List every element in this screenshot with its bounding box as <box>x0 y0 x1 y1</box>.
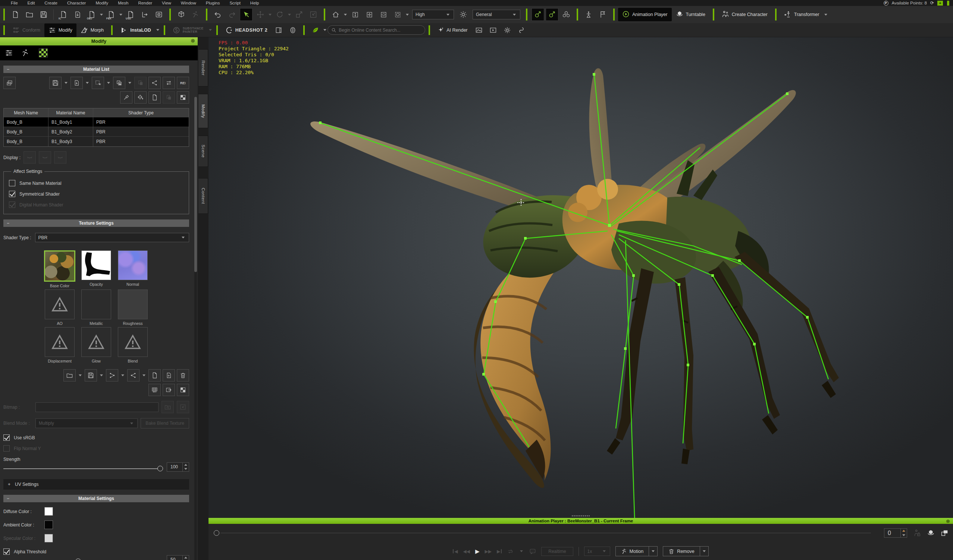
realtime-button[interactable]: Realtime <box>541 547 573 556</box>
tab-modify[interactable]: Modify <box>199 94 208 128</box>
strength-up-arrow[interactable] <box>183 463 189 467</box>
menu-mesh[interactable]: Mesh <box>113 1 133 5</box>
link-texture-button[interactable] <box>106 369 118 382</box>
headshot-button[interactable]: HEADSHOT 2 <box>221 23 272 37</box>
close-player-icon[interactable]: ⊗ <box>946 518 950 524</box>
swap-material-button[interactable] <box>163 77 175 89</box>
save-texture-button[interactable] <box>85 369 97 382</box>
caption-button[interactable] <box>529 548 536 555</box>
lock-character-icon[interactable] <box>913 529 921 537</box>
share-material-button[interactable] <box>149 77 161 89</box>
menu-window[interactable]: Window <box>176 1 201 5</box>
collapse-icon[interactable]: − <box>7 496 9 501</box>
collapse-icon[interactable]: − <box>7 67 9 72</box>
material-settings-section-header[interactable]: − Material Settings <box>3 495 189 502</box>
tab-material[interactable] <box>35 46 51 60</box>
alpha-threshold-checkbox[interactable] <box>3 548 10 555</box>
eyedropper-button[interactable] <box>120 91 132 104</box>
face-mesh-button[interactable] <box>286 24 299 37</box>
texture-slot-ao[interactable]: AO <box>42 289 78 326</box>
displacement-thumbnail[interactable] <box>45 327 75 357</box>
blend-thumbnail[interactable] <box>118 327 148 357</box>
rotate-dropdown-caret[interactable] <box>288 14 291 15</box>
opacity-thumbnail[interactable] <box>81 251 111 280</box>
texture-settings-section-header[interactable]: − Texture Settings <box>3 220 189 227</box>
texture-slot-displacement[interactable]: Displacement <box>42 327 78 363</box>
use-srgb-checkbox[interactable] <box>3 435 10 441</box>
instalod-caret[interactable] <box>156 29 159 31</box>
menu-plugins[interactable]: Plugins <box>201 1 225 5</box>
symmetrical-shader-checkbox[interactable] <box>9 191 15 197</box>
menu-file[interactable]: File <box>6 1 23 5</box>
calibration-button[interactable] <box>582 8 595 21</box>
rewind-button[interactable]: ◀◀ <box>463 549 470 554</box>
tab-content[interactable]: Content <box>199 178 208 214</box>
export-character-button[interactable] <box>71 8 84 21</box>
col-material-name[interactable]: Material Name <box>48 108 93 117</box>
same-name-material-checkbox[interactable] <box>9 180 15 186</box>
playback-speed-select[interactable]: 1x <box>584 547 610 556</box>
export-obj-button[interactable]: OBJ <box>85 8 98 21</box>
menu-render[interactable]: Render <box>133 1 157 5</box>
collapse-icon[interactable]: − <box>7 221 9 226</box>
export-usd-button[interactable]: USD <box>124 8 137 21</box>
undo-button[interactable] <box>211 8 224 21</box>
rename-material-button[interactable]: REI <box>177 77 189 89</box>
motion-caret[interactable] <box>649 547 657 556</box>
frame-down-arrow[interactable] <box>901 533 907 538</box>
glow-thumbnail[interactable] <box>81 327 111 357</box>
animation-player-titlebar[interactable]: Animation Player : BeeMonster_B1 - Curre… <box>208 518 953 524</box>
checker-view-button[interactable] <box>177 91 189 104</box>
export-ic-button[interactable]: IC <box>57 8 70 21</box>
move-tool-button[interactable] <box>254 8 267 21</box>
use-srgb-row[interactable]: Use sRGB <box>3 435 189 441</box>
ai-settings-button[interactable] <box>501 24 514 37</box>
texture-slot-opacity[interactable]: Opacity <box>78 251 114 288</box>
col-shader-type[interactable]: Shader Type <box>93 108 189 117</box>
remove-caret[interactable] <box>700 547 708 556</box>
display-diffuse-button[interactable] <box>23 151 36 164</box>
export-fbx-button[interactable]: FBX <box>105 8 118 21</box>
online-content-search[interactable] <box>327 25 425 35</box>
pose-cube-button[interactable] <box>175 8 188 21</box>
display-wireframe-button[interactable] <box>39 151 51 164</box>
texture-slot-normal[interactable]: Normal <box>115 251 151 288</box>
remove-button[interactable]: Remove <box>663 546 709 556</box>
leaf-caret[interactable] <box>323 29 326 31</box>
diffuse-color-swatch[interactable] <box>44 507 53 516</box>
texture-slot-metallic[interactable]: Metallic <box>78 289 114 326</box>
zoom-view-button[interactable] <box>349 8 362 21</box>
checker-toggle-button[interactable] <box>177 384 189 396</box>
lighting-button[interactable] <box>457 8 470 21</box>
tab-attribute[interactable] <box>1 46 17 60</box>
menu-view[interactable]: View <box>157 1 176 5</box>
animation-player-button[interactable]: Animation Player <box>618 8 672 21</box>
texture-slot-roughness[interactable]: Roughness <box>115 289 151 326</box>
pivot-tool-button[interactable] <box>307 8 320 21</box>
pan-view-button[interactable] <box>363 8 376 21</box>
launch-editor-button[interactable] <box>163 384 175 396</box>
orbit-view-button[interactable] <box>377 8 390 21</box>
blank-material-button[interactable] <box>149 91 161 104</box>
play-button[interactable]: ▶ <box>475 548 480 555</box>
uv-settings-section-header[interactable]: + UV Settings <box>3 479 189 490</box>
flag-button[interactable] <box>596 8 609 21</box>
table-row[interactable]: Body_B B1_Body2 PBR <box>4 127 189 137</box>
table-row[interactable]: Body_B B1_Body1 PBR <box>4 118 189 127</box>
display-flat-button[interactable] <box>54 151 67 164</box>
open-project-button[interactable] <box>23 8 36 21</box>
ai-image-button[interactable] <box>473 24 485 37</box>
save-project-button[interactable] <box>37 8 50 21</box>
refresh-points-icon[interactable]: ⟳ <box>930 0 934 6</box>
alpha-threshold-slider[interactable] <box>3 558 163 560</box>
tab-render[interactable]: Render <box>199 49 208 87</box>
load-material-button[interactable] <box>70 77 83 89</box>
prop-cluster-button[interactable] <box>560 8 573 21</box>
strength-slider[interactable] <box>3 466 163 472</box>
copy-material-caret[interactable] <box>128 82 131 84</box>
menu-character[interactable]: Character <box>62 1 91 5</box>
menu-edit[interactable]: Edit <box>23 1 40 5</box>
scale-tool-button[interactable] <box>293 8 306 21</box>
transformer-caret[interactable] <box>824 14 827 15</box>
strength-down-arrow[interactable] <box>183 467 189 471</box>
